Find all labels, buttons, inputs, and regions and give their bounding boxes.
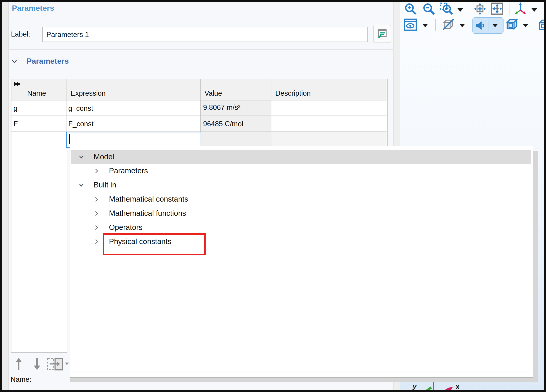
section-title: Parameters xyxy=(26,57,69,65)
label-options-button[interactable] xyxy=(373,25,391,43)
expression-edit-cell[interactable] xyxy=(66,132,201,148)
orbit-cube-button[interactable] xyxy=(505,18,519,32)
sound-toggle-button[interactable] xyxy=(472,17,503,34)
label-input[interactable]: Parameters 1 xyxy=(42,27,368,42)
cell-name[interactable]: g xyxy=(13,104,17,113)
zoom-box-button[interactable] xyxy=(440,2,454,16)
move-up-button[interactable] xyxy=(14,357,24,371)
axis-x-arrow-icon xyxy=(438,387,453,392)
split-divider xyxy=(488,20,488,31)
toolbar-separator xyxy=(509,3,509,15)
cell-expression[interactable]: F_const xyxy=(68,120,93,128)
tree-item-operators[interactable]: Operators xyxy=(71,220,531,235)
suggestion-popup: Model Parameters Built in Mathematical c… xyxy=(70,146,533,378)
toolbar-separator xyxy=(436,19,436,31)
tree-item-label: Operators xyxy=(109,223,143,232)
view-axes-button[interactable] xyxy=(514,2,527,15)
col-divider xyxy=(271,79,271,147)
clipped-toolbar-icon[interactable] xyxy=(538,18,544,32)
label-input-value: Parameters 1 xyxy=(46,31,89,39)
speaker-icon xyxy=(475,20,486,31)
zoom-in-button[interactable] xyxy=(404,3,417,16)
zoom-out-button[interactable] xyxy=(423,3,436,16)
zoom-box-dropdown-icon[interactable] xyxy=(457,8,463,12)
chevron-right-icon[interactable] xyxy=(93,167,100,174)
popup-inner-border xyxy=(71,373,531,373)
footer-name-label: Name: xyxy=(11,375,31,384)
move-to-dropdown-icon[interactable] xyxy=(65,363,69,365)
tree-item-label: Parameters xyxy=(109,167,148,175)
move-down-button[interactable] xyxy=(32,357,42,371)
app-window: Parameters Label: Parameters 1 Parameter… xyxy=(0,0,546,392)
col-header-value[interactable]: Value xyxy=(204,89,222,97)
tree-item-mathematical-functions[interactable]: Mathematical functions xyxy=(71,206,531,220)
col-header-expression[interactable]: Expression xyxy=(71,89,105,97)
orbit-cube-dropdown-icon[interactable] xyxy=(523,24,529,27)
settings-scrollbar[interactable] xyxy=(2,2,9,390)
tree-item-mathematical-constants[interactable]: Mathematical constants xyxy=(71,192,531,206)
cell-value: 9.8067 m/s² xyxy=(203,103,240,112)
header-separator xyxy=(8,49,394,50)
text-caret xyxy=(69,134,70,144)
tree-item-parameters[interactable]: Parameters xyxy=(71,164,531,178)
chevron-right-icon[interactable] xyxy=(93,210,100,217)
move-to-button[interactable] xyxy=(47,358,65,371)
tree-item-label: Mathematical constants xyxy=(109,195,188,203)
axis-y-label: y xyxy=(413,382,417,390)
chevron-down-icon[interactable] xyxy=(78,154,85,161)
chevron-right-icon[interactable] xyxy=(93,224,100,231)
table-header-row xyxy=(11,79,387,100)
table-empty-area[interactable] xyxy=(11,147,67,353)
rename-label-icon xyxy=(377,28,387,39)
label-field-label: Label: xyxy=(11,30,30,38)
row-divider xyxy=(11,116,387,116)
chevron-right-icon[interactable] xyxy=(93,238,100,245)
row-divider xyxy=(11,131,387,131)
scene-light-dropdown-icon[interactable] xyxy=(422,24,428,27)
zoom-to-selection-button[interactable] xyxy=(473,2,487,16)
zoom-extents-button[interactable] xyxy=(490,2,504,16)
sound-dropdown-icon[interactable] xyxy=(492,24,498,27)
new-row-desc-shade xyxy=(271,131,387,147)
view-axes-dropdown-icon[interactable] xyxy=(531,8,537,12)
page-title: Parameters xyxy=(12,4,54,13)
tree-item-label: Mathematical functions xyxy=(109,209,186,218)
axis-y-arrow-icon xyxy=(418,386,432,392)
transparency-button[interactable] xyxy=(442,18,456,32)
axis-x-label: x xyxy=(455,382,460,391)
scene-light-button[interactable] xyxy=(403,18,417,32)
chevron-right-icon[interactable] xyxy=(93,196,100,203)
move-columns-icon[interactable]: ▶▶ xyxy=(14,81,20,87)
tree-item-label: Model xyxy=(94,153,114,161)
annotation-highlight-box xyxy=(103,233,206,255)
col-header-name[interactable]: Name xyxy=(27,89,46,97)
transparency-dropdown-icon[interactable] xyxy=(459,24,465,27)
tree-item-model[interactable]: Model xyxy=(71,150,531,164)
tree-item-label: Built in xyxy=(94,180,116,189)
tree-item-built-in[interactable]: Built in xyxy=(71,178,531,192)
chevron-down-icon[interactable] xyxy=(78,182,85,189)
section-collapse-chevron-icon[interactable] xyxy=(11,58,18,65)
cell-expression[interactable]: g_const xyxy=(68,104,93,113)
cell-name[interactable]: F xyxy=(13,120,18,128)
cell-value: 96485 C/mol xyxy=(203,120,243,128)
col-header-description[interactable]: Description xyxy=(275,89,311,97)
